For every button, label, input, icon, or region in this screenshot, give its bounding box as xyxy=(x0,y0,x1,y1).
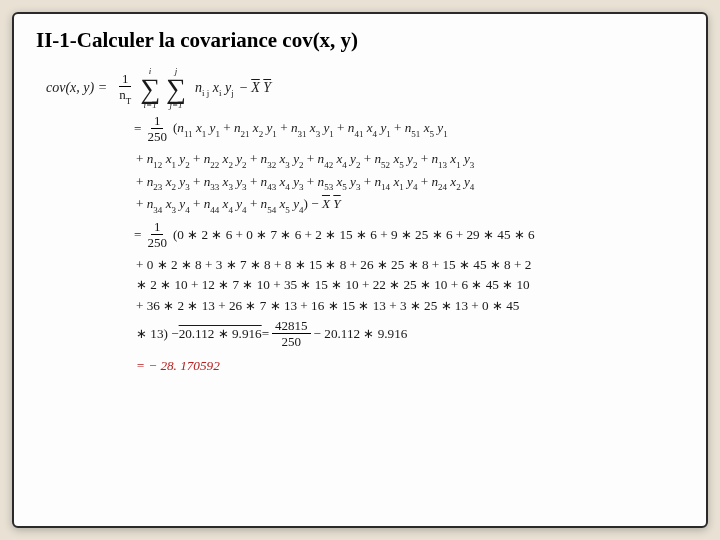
line-7: ∗ 2 ∗ 10 + 12 ∗ 7 ∗ 10 + 35 ∗ 15 ∗ 10 + … xyxy=(136,275,674,295)
expansion-lines: = 1 250 (n11 x1 y1 + n21 x2 y1 + n31 x3 … xyxy=(136,114,674,376)
line-1-text: (n11 x1 y1 + n21 x2 y1 + n31 x3 y1 + n41… xyxy=(173,118,448,141)
sum-lower: j=1 xyxy=(170,101,183,110)
line-8: + 36 ∗ 2 ∗ 13 + 26 ∗ 7 ∗ 13 + 16 ∗ 15 ∗ … xyxy=(136,296,674,316)
frac-den: nT xyxy=(116,87,134,105)
section-title: II-1-Calculer la covariance cov(x, y) xyxy=(36,28,684,53)
line-9a: ∗ 13) − xyxy=(136,324,179,344)
frac-den: 250 xyxy=(144,129,170,145)
lhs: cov(x, y) = xyxy=(46,78,107,98)
eq-sign: = xyxy=(262,324,269,344)
eq-sign: = xyxy=(134,225,141,245)
line-3: + n23 x2 y3 + n33 x3 y3 + n43 x4 y3 + n5… xyxy=(136,172,674,195)
frac-num: 1 xyxy=(151,114,164,129)
frac-1-250: 1 250 xyxy=(144,114,170,145)
frac-1-nT: 1 nT xyxy=(116,72,134,106)
frac-den: 250 xyxy=(279,334,305,350)
eq-sign: = xyxy=(134,119,141,139)
frac-num: 1 xyxy=(151,220,164,235)
frac-1-250-b: 1 250 xyxy=(144,220,170,251)
minus-xybar: − X Y xyxy=(240,78,271,98)
frac-num: 1 xyxy=(119,72,132,87)
line-9d: − 20.112 ∗ 9.916 xyxy=(314,324,408,344)
frac-42815-250: 42815 250 xyxy=(272,319,311,350)
frac-den: 250 xyxy=(144,235,170,251)
frac-num: 42815 xyxy=(272,319,311,334)
line-10: = − 28. 170592 xyxy=(136,356,674,376)
line-9-overline: 20.112 ∗ 9.916 xyxy=(179,324,262,344)
sum-term: ni j xi yj xyxy=(195,78,234,100)
line-4: + n34 x3 y4 + n44 x4 y4 + n54 x5 y4) − X… xyxy=(136,194,674,217)
formula-general: cov(x, y) = 1 nT i ∑ i=1 j ∑ j=1 ni j xi… xyxy=(46,67,674,110)
line-5: = 1 250 (0 ∗ 2 ∗ 6 + 0 ∗ 7 ∗ 6 + 2 ∗ 15 … xyxy=(134,220,674,251)
slide: II-1-Calculer la covariance cov(x, y) co… xyxy=(12,12,708,528)
math-block: cov(x, y) = 1 nT i ∑ i=1 j ∑ j=1 ni j xi… xyxy=(46,67,674,376)
sum-j: j ∑ j=1 xyxy=(166,67,186,110)
sum-i: i ∑ i=1 xyxy=(140,67,160,110)
final-answer: = − 28. 170592 xyxy=(136,358,220,373)
sum-lower: i=1 xyxy=(144,101,157,110)
line-6: + 0 ∗ 2 ∗ 8 + 3 ∗ 7 ∗ 8 + 8 ∗ 15 ∗ 8 + 2… xyxy=(136,255,674,275)
line-1: = 1 250 (n11 x1 y1 + n21 x2 y1 + n31 x3 … xyxy=(134,114,674,145)
line-9: ∗ 13) − 20.112 ∗ 9.916 = 42815 250 − 20.… xyxy=(136,319,674,350)
line-5-text: (0 ∗ 2 ∗ 6 + 0 ∗ 7 ∗ 6 + 2 ∗ 15 ∗ 6 + 9 … xyxy=(173,225,535,245)
line-2: + n12 x1 y2 + n22 x2 y2 + n32 x3 y2 + n4… xyxy=(136,149,674,172)
